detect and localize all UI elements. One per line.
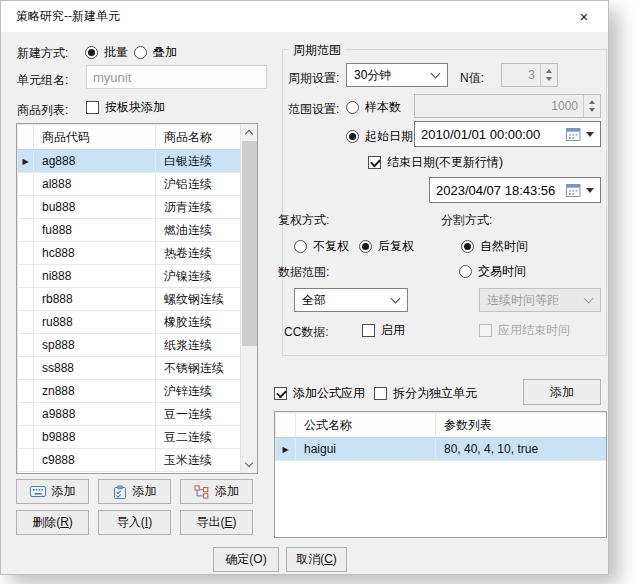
table-row[interactable]: ni888沪镍连续 [18, 265, 243, 288]
formula-table: 公式名称 参数列表 ▶haigui80, 40, 4, 10, true [274, 411, 607, 538]
chevron-down-icon [391, 294, 401, 304]
time-spacing-combobox[interactable]: 连续时间等距 [479, 288, 601, 312]
radio-start-date[interactable]: 起始日期 [346, 128, 413, 145]
title-bar: 策略研究--新建单元 [1, 1, 608, 32]
table-cell: 豆一连续 [156, 403, 243, 426]
checkbox-apply-end-time[interactable]: 应用结束时间 [479, 322, 570, 339]
split-mode-label: 分割方式: [441, 212, 492, 229]
start-date-picker[interactable]: 2010/01/01 00:00:00 [414, 121, 601, 147]
groupbox-title: 周期范围 [289, 42, 345, 59]
radio-circle [346, 101, 359, 114]
row-marker: ▶ [276, 438, 296, 461]
table-row[interactable]: rb888螺纹钢连续 [18, 288, 243, 311]
scroll-up-icon[interactable] [241, 124, 257, 141]
checkbox-end-date[interactable]: 结束日期(不更新行情) [368, 154, 503, 171]
table-row[interactable]: sp888纸浆连续 [18, 334, 243, 357]
add-by-keyboard-button[interactable]: 添加 [16, 479, 89, 504]
spinner-arrows[interactable] [583, 95, 600, 117]
spin-down-icon[interactable] [546, 77, 552, 81]
col-header-name[interactable]: 商品名称 [156, 125, 243, 150]
dialog-title: 策略研究--新建单元 [16, 8, 120, 25]
apply-end-time-label: 应用结束时间 [498, 322, 570, 339]
radio-batch-label: 批量 [104, 44, 128, 61]
radio-post-adjust[interactable]: 后复权 [359, 238, 414, 255]
row-marker [18, 196, 34, 219]
table-row[interactable]: ru888橡胶连续 [18, 311, 243, 334]
add-by-clipboard-button[interactable]: 添加 [98, 479, 171, 504]
table-row[interactable]: fu888燃油连续 [18, 219, 243, 242]
product-table-scrollbar[interactable] [240, 124, 257, 473]
cancel-button-label: 取消(C) [296, 551, 337, 568]
table-row[interactable]: al888沪铝连续 [18, 173, 243, 196]
delete-button[interactable]: 删除(R) [16, 510, 89, 535]
unit-group-input[interactable] [86, 65, 267, 89]
checkbox-split-unit[interactable]: 拆分为独立单元 [374, 385, 477, 402]
table-row[interactable]: ss888不锈钢连续 [18, 357, 243, 380]
row-marker [18, 380, 34, 403]
n-value-label: N值: [460, 70, 484, 87]
table-row[interactable]: zn888沪锌连续 [18, 380, 243, 403]
n-value: 3 [502, 64, 540, 86]
checkbox-cc-enable[interactable]: 启用 [362, 322, 405, 339]
radio-sample-count[interactable]: 样本数 [346, 99, 401, 116]
dropdown-arrow-icon[interactable] [586, 188, 594, 193]
add-by-sector-tree-button[interactable]: 添加 [180, 479, 253, 504]
close-icon[interactable]: × [573, 7, 595, 26]
import-button-label: 导入(I) [117, 514, 152, 531]
table-row[interactable]: bu888沥青连续 [18, 196, 243, 219]
table-row[interactable]: ▶haigui80, 40, 4, 10, true [276, 438, 607, 461]
ok-button[interactable]: 确定(O) [213, 547, 279, 572]
row-marker [18, 403, 34, 426]
checkbox-add-formula[interactable]: 添加公式应用 [274, 385, 365, 402]
radio-overlay[interactable]: 叠加 [134, 44, 177, 61]
period-setting-label: 周期设置: [288, 70, 339, 87]
table-cell: 螺纹钢连续 [156, 288, 243, 311]
import-button[interactable]: 导入(I) [98, 510, 171, 535]
table-row[interactable]: a9888豆一连续 [18, 403, 243, 426]
table-cell: 沪镍连续 [156, 265, 243, 288]
checkbox-box [479, 324, 492, 337]
radio-natural-time[interactable]: 自然时间 [461, 238, 528, 255]
cc-data-label: CC数据: [284, 324, 329, 341]
row-marker: ▶ [18, 150, 34, 173]
col-header-params[interactable]: 参数列表 [436, 413, 607, 438]
add-formula-button[interactable]: 添加 [523, 379, 601, 405]
checkbox-box [368, 156, 381, 169]
data-range-combobox[interactable]: 全部 [294, 288, 408, 312]
col-header-code[interactable]: 商品代码 [34, 125, 156, 150]
dropdown-arrow-icon[interactable] [586, 132, 594, 137]
spin-up-icon[interactable] [546, 69, 552, 73]
delete-button-label: 删除(R) [32, 514, 73, 531]
cancel-button[interactable]: 取消(C) [286, 547, 347, 572]
marker-header [276, 413, 296, 438]
radio-circle [294, 240, 307, 253]
radio-trading-time[interactable]: 交易时间 [459, 263, 526, 280]
table-row[interactable]: c9888玉米连续 [18, 449, 243, 472]
radio-circle [459, 265, 472, 278]
scroll-down-icon[interactable] [241, 456, 257, 473]
row-marker [18, 357, 34, 380]
by-sector-label: 按板块添加 [105, 99, 165, 116]
spinner-arrows[interactable] [540, 64, 557, 86]
checkbox-by-sector[interactable]: 按板块添加 [86, 99, 165, 116]
period-combobox[interactable]: 30分钟 [346, 63, 448, 87]
spin-up-icon[interactable] [589, 100, 595, 104]
table-row[interactable]: ▶ag888白银连续 [18, 150, 243, 173]
table-row[interactable]: b9888豆二连续 [18, 426, 243, 449]
export-button[interactable]: 导出(E) [180, 510, 253, 535]
table-cell: a9888 [34, 403, 156, 426]
table-cell: 沪锌连续 [156, 380, 243, 403]
scrollbar-thumb[interactable] [242, 141, 257, 346]
table-row[interactable]: hc888热卷连续 [18, 242, 243, 265]
sample-count-spinner[interactable]: 1000 [414, 94, 601, 118]
start-date-label: 起始日期 [365, 128, 413, 145]
table-cell: ni888 [34, 265, 156, 288]
radio-no-adjust[interactable]: 不复权 [294, 238, 349, 255]
sample-count-label: 样本数 [365, 99, 401, 116]
radio-batch[interactable]: 批量 [85, 44, 128, 61]
n-value-spinner[interactable]: 3 [501, 63, 558, 87]
row-marker [18, 288, 34, 311]
end-date-picker[interactable]: 2023/04/07 18:43:56 [429, 177, 601, 203]
col-header-formula-name[interactable]: 公式名称 [296, 413, 436, 438]
spin-down-icon[interactable] [589, 108, 595, 112]
